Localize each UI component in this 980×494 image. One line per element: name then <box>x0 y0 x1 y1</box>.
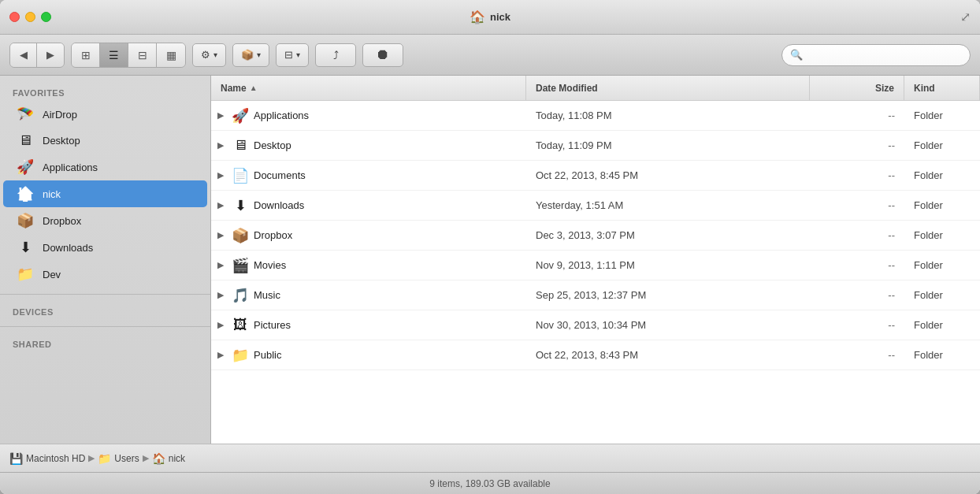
file-folder-icon: 📦 <box>232 227 249 244</box>
sidebar-item-nick[interactable]: 🏠 nick <box>3 180 207 207</box>
file-name-label: Music <box>254 289 280 301</box>
table-row[interactable]: ▶ 📦 Dropbox Dec 3, 2013, 3:07 PM -- Fold… <box>211 221 980 251</box>
sidebar: FAVORITES 🪂 AirDrop 🖥 Desktop 🚀 Applicat… <box>0 76 211 444</box>
action-button[interactable]: ⚙ ▾ <box>192 43 226 67</box>
table-row[interactable]: ▶ 🎬 Movies Nov 9, 2013, 1:11 PM -- Folde… <box>211 251 980 280</box>
maximize-button[interactable] <box>41 12 51 22</box>
col-header-name[interactable]: Name ▲ <box>211 76 526 100</box>
expand-arrow-icon[interactable]: ▶ <box>217 200 227 210</box>
file-kind-cell: Folder <box>904 110 980 121</box>
table-row[interactable]: ▶ ⬇ Downloads Yesterday, 1:51 AM -- Fold… <box>211 191 980 221</box>
sidebar-item-label-dropbox: Dropbox <box>43 215 81 227</box>
expand-arrow-icon[interactable]: ▶ <box>217 110 227 121</box>
file-size-cell: -- <box>810 139 904 151</box>
file-folder-icon: 🖥 <box>232 137 249 154</box>
file-date-cell: Yesterday, 1:51 AM <box>526 199 810 211</box>
sidebar-item-desktop[interactable]: 🖥 Desktop <box>3 128 207 154</box>
sort-arrow-icon: ▲ <box>250 84 258 92</box>
nick-home-icon: 🏠 <box>16 185 35 202</box>
title-text: nick <box>490 11 510 23</box>
file-size-cell: -- <box>810 110 904 121</box>
dropbox-button[interactable]: 📦 ▾ <box>232 43 269 67</box>
sidebar-item-label-nick: nick <box>43 188 61 200</box>
table-row[interactable]: ▶ 🎵 Music Sep 25, 2013, 12:37 PM -- Fold… <box>211 280 980 310</box>
dropbox-arrow-icon: ▾ <box>257 50 261 59</box>
close-button[interactable] <box>9 12 20 22</box>
file-folder-icon: 🎬 <box>232 257 249 274</box>
file-date-cell: Nov 9, 2013, 1:11 PM <box>526 259 810 271</box>
dropbox-icon: 📦 <box>241 49 254 61</box>
search-input[interactable] <box>807 50 962 61</box>
file-size-cell: -- <box>810 169 904 181</box>
expand-arrow-icon[interactable]: ▶ <box>217 170 227 180</box>
arrange-button[interactable]: ⊟ ▾ <box>276 43 309 67</box>
file-size-cell: -- <box>810 229 904 241</box>
list-view-button[interactable]: ☰ <box>100 43 128 67</box>
file-name-cell: ▶ ⬇ Downloads <box>211 197 526 214</box>
titlebar: 🏠 nick ⤢ <box>0 0 980 35</box>
path-item[interactable]: 🏠 nick <box>152 452 185 465</box>
sidebar-item-dev[interactable]: 📁 Dev <box>3 261 207 288</box>
table-row[interactable]: ▶ 📁 Public Oct 22, 2013, 8:43 PM -- Fold… <box>211 340 980 370</box>
fullscreen-button[interactable]: ⤢ <box>960 9 971 24</box>
statusbar-text: 9 items, 189.03 GB available <box>429 478 550 489</box>
table-row[interactable]: ▶ 🖼 Pictures Nov 30, 2013, 10:34 PM -- F… <box>211 310 980 340</box>
dropbox-sidebar-icon: 📦 <box>16 212 35 229</box>
toggle-button[interactable]: ⏺ <box>362 43 403 67</box>
forward-button[interactable]: ▶ <box>37 43 64 67</box>
sidebar-item-label-downloads: Downloads <box>43 242 93 254</box>
file-folder-icon: 🖼 <box>232 317 249 333</box>
table-row[interactable]: ▶ 📄 Documents Oct 22, 2013, 8:45 PM -- F… <box>211 161 980 191</box>
sidebar-item-downloads[interactable]: ⬇ Downloads <box>3 234 207 261</box>
share-icon: ⤴ <box>333 49 339 61</box>
path-item[interactable]: 💾 Macintosh HD <box>9 452 85 465</box>
file-list: ▶ 🚀 Applications Today, 11:08 PM -- Fold… <box>211 101 980 444</box>
minimize-button[interactable] <box>25 12 35 22</box>
coverflow-view-icon: ▦ <box>166 49 176 61</box>
table-row[interactable]: ▶ 🖥 Desktop Today, 11:09 PM -- Folder <box>211 131 980 161</box>
desktop-icon: 🖥 <box>16 132 35 149</box>
back-button[interactable]: ◀ <box>10 43 37 67</box>
file-size-cell: -- <box>810 349 904 361</box>
col-header-size[interactable]: Size <box>810 76 904 100</box>
table-row[interactable]: ▶ 🚀 Applications Today, 11:08 PM -- Fold… <box>211 101 980 131</box>
sidebar-item-dropbox[interactable]: 📦 Dropbox <box>3 207 207 234</box>
file-name-label: Pictures <box>254 319 291 331</box>
icon-view-button[interactable]: ⊞ <box>72 43 100 67</box>
file-name-label: Public <box>254 349 281 361</box>
expand-arrow-icon[interactable]: ▶ <box>217 140 227 150</box>
action-arrow-icon: ▾ <box>213 50 217 59</box>
expand-arrow-icon[interactable]: ▶ <box>217 260 227 270</box>
arrange-icon: ⊟ <box>284 49 293 61</box>
col-header-kind[interactable]: Kind <box>904 76 980 100</box>
file-folder-icon: 📁 <box>232 347 249 364</box>
path-item-label: Users <box>114 453 139 464</box>
expand-arrow-icon[interactable]: ▶ <box>217 290 227 300</box>
icon-view-icon: ⊞ <box>81 49 91 61</box>
search-box[interactable]: 🔍 <box>781 44 971 66</box>
share-button[interactable]: ⤴ <box>315 43 356 67</box>
coverflow-view-button[interactable]: ▦ <box>157 43 185 67</box>
favorites-header: FAVORITES <box>0 82 210 101</box>
sidebar-item-applications[interactable]: 🚀 Applications <box>3 154 207 180</box>
downloads-icon: ⬇ <box>16 239 35 256</box>
file-date-cell: Today, 11:09 PM <box>526 139 810 151</box>
expand-arrow-icon[interactable]: ▶ <box>217 350 227 360</box>
file-list-header: Name ▲ Date Modified Size Kind <box>211 76 980 101</box>
expand-arrow-icon[interactable]: ▶ <box>217 320 227 330</box>
file-name-label: Movies <box>254 259 286 271</box>
file-name-cell: ▶ 🚀 Applications <box>211 107 526 124</box>
forward-icon: ▶ <box>46 49 54 61</box>
file-kind-cell: Folder <box>904 169 980 181</box>
sidebar-item-label-applications: Applications <box>43 162 98 173</box>
col-header-date[interactable]: Date Modified <box>526 76 810 100</box>
column-view-button[interactable]: ⊟ <box>128 43 157 67</box>
path-item-label: nick <box>169 453 185 464</box>
file-name-cell: ▶ 🎵 Music <box>211 287 526 304</box>
path-item-icon: 📁 <box>98 452 111 465</box>
sidebar-item-airdrop[interactable]: 🪂 AirDrop <box>3 101 207 128</box>
file-folder-icon: 🚀 <box>232 107 249 124</box>
expand-arrow-icon[interactable]: ▶ <box>217 230 227 240</box>
path-item[interactable]: 📁 Users <box>98 452 139 465</box>
file-name-cell: ▶ 📦 Dropbox <box>211 227 526 244</box>
